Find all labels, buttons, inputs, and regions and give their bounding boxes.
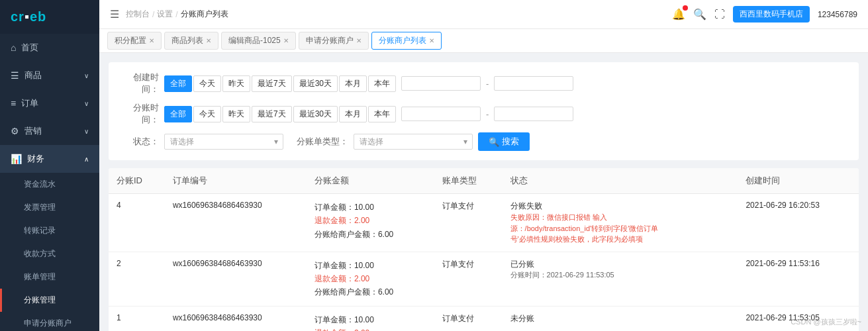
split-type-select[interactable]: 请选择 <box>354 134 473 150</box>
btn-7days-split[interactable]: 最近7天 <box>252 106 292 122</box>
btn-yesterday-create[interactable]: 昨天 <box>222 75 250 92</box>
create-time-label: 创建时间： <box>119 71 159 95</box>
btn-30days-split[interactable]: 最近30天 <box>293 106 338 122</box>
user-info[interactable]: 123456789 <box>818 10 857 19</box>
topbar-right: 🔔 🔍 ⛶ 西西里数码手机店 123456789 <box>672 6 857 23</box>
fullscreen-icon[interactable]: ⛶ <box>714 9 725 21</box>
tab-label: 分账商户列表 <box>379 35 426 46</box>
tab-apply-split[interactable]: 申请分账商户 ✕ <box>299 32 369 50</box>
sidebar-item-finance[interactable]: 📊 财务 ∧ <box>0 145 99 173</box>
chevron-down-icon: ∨ <box>84 72 89 79</box>
sidebar-item-bill[interactable]: 账单管理 <box>0 265 99 289</box>
cell-status: 未分账 <box>503 306 738 331</box>
breadcrumb-settings[interactable]: 设置 <box>157 9 173 20</box>
sidebar-item-fund-flow[interactable]: 资金流水 <box>0 173 99 196</box>
tab-close-icon[interactable]: ✕ <box>356 37 362 44</box>
cell-bill-type: 订单支付 <box>434 252 502 306</box>
btn-year-create[interactable]: 本年 <box>368 75 396 92</box>
sidebar-item-goods[interactable]: ☰ 商品 ∨ <box>0 62 99 89</box>
cell-create-time: 2021-06-29 11:53:05 <box>738 306 859 331</box>
search-icon: 🔍 <box>489 137 499 147</box>
sidebar-item-order[interactable]: ≡ 订单 ∨ <box>0 89 99 117</box>
chevron-up-icon: ∧ <box>84 156 89 163</box>
breadcrumb-sep: / <box>175 10 177 19</box>
col-amount: 分账金额 <box>307 168 434 194</box>
split-type-label: 分账单类型： <box>297 136 348 148</box>
logo: cr▪eb <box>0 0 99 34</box>
store-button[interactable]: 西西里数码手机店 <box>733 6 810 23</box>
cell-bill-type: 订单支付 <box>434 306 502 331</box>
breadcrumb-sep: / <box>152 10 154 19</box>
cell-amount: 订单金额：10.00退款金额：2.00分账给商户金额：6.00 <box>307 252 434 306</box>
create-time-filter-row: 创建时间： 全部 今天 昨天 最近7天 最近30天 本月 本年 - <box>119 71 848 95</box>
create-time-start-input[interactable] <box>401 76 481 91</box>
create-time-end-input[interactable] <box>494 76 573 91</box>
date-dash: - <box>486 79 489 89</box>
btn-today-create[interactable]: 今天 <box>193 75 221 92</box>
btn-all-split[interactable]: 全部 <box>164 106 192 122</box>
col-bill-type: 账单类型 <box>434 168 502 194</box>
cell-create-time: 2021-06-29 11:53:16 <box>738 252 859 306</box>
table-row: 1wx160696384686463930订单金额：10.00退款金额：2.00… <box>109 306 859 331</box>
tab-edit-goods[interactable]: 编辑商品-1025 ✕ <box>221 32 296 50</box>
table-row: 4wx160696384686463930订单金额：10.00退款金额：2.00… <box>109 194 859 252</box>
breadcrumb: 控制台 / 设置 / 分账商户列表 <box>126 9 228 20</box>
btn-yesterday-split[interactable]: 昨天 <box>222 106 250 122</box>
btn-all-create[interactable]: 全部 <box>164 75 192 92</box>
cell-create-time: 2021-06-29 16:20:53 <box>738 194 859 252</box>
tab-close-icon[interactable]: ✕ <box>149 37 154 44</box>
cell-amount: 订单金额：10.00退款金额：2.00分账给商户金额：6.00 <box>307 194 434 252</box>
btn-today-split[interactable]: 今天 <box>193 106 221 122</box>
btn-7days-create[interactable]: 最近7天 <box>252 75 292 92</box>
cell-bill-type: 订单支付 <box>434 194 502 252</box>
search-button[interactable]: 🔍 搜索 <box>478 132 530 151</box>
sidebar-item-split-manage[interactable]: 分账管理 <box>0 289 99 312</box>
topbar: ☰ 控制台 / 设置 / 分账商户列表 🔔 🔍 ⛶ 西西里数码手机店 12345… <box>99 0 868 29</box>
tab-label: 商品列表 <box>171 35 203 46</box>
sidebar-item-label: 财务 <box>27 153 44 165</box>
chevron-down-icon: ∨ <box>84 128 89 135</box>
cell-status: 已分账分账时间：2021-06-29 11:53:05 <box>503 252 738 306</box>
split-type-select-wrapper: 请选择 <box>354 134 473 150</box>
tab-close-icon[interactable]: ✕ <box>206 37 211 44</box>
cell-order-no: wx160696384686463930 <box>165 194 307 252</box>
tab-split-list[interactable]: 分账商户列表 ✕ <box>371 32 442 50</box>
sidebar-item-home[interactable]: ⌂ 首页 <box>0 34 99 62</box>
status-label: 状态： <box>119 136 159 148</box>
sidebar-item-transfer[interactable]: 转账记录 <box>0 219 99 242</box>
breadcrumb-home[interactable]: 控制台 <box>126 9 150 20</box>
content: 创建时间： 全部 今天 昨天 最近7天 最近30天 本月 本年 - 分账时间： <box>99 53 868 331</box>
tab-goods-list[interactable]: 商品列表 ✕ <box>164 32 218 50</box>
btn-month-split[interactable]: 本月 <box>339 106 367 122</box>
table-panel: 分账ID 订单编号 分账金额 账单类型 状态 创建时间 4wx160696384… <box>109 168 859 331</box>
search-icon[interactable]: 🔍 <box>693 8 706 21</box>
create-time-btn-group: 全部 今天 昨天 最近7天 最近30天 本月 本年 <box>164 75 396 92</box>
btn-year-split[interactable]: 本年 <box>368 106 396 122</box>
sidebar-item-invoice[interactable]: 发票管理 <box>0 196 99 219</box>
sidebar-item-label: 首页 <box>21 42 38 54</box>
sidebar-item-payment[interactable]: 收款方式 <box>0 242 99 265</box>
btn-month-create[interactable]: 本月 <box>339 75 367 92</box>
filter-panel: 创建时间： 全部 今天 昨天 最近7天 最近30天 本月 本年 - 分账时间： <box>109 62 859 160</box>
tab-close-icon[interactable]: ✕ <box>283 37 289 44</box>
tab-distribution[interactable]: 积分配置 ✕ <box>107 32 162 50</box>
col-order-no: 订单编号 <box>165 168 307 194</box>
cell-status: 分账失败失败原因：微信接口报错 输入源：/body/transaction_id… <box>503 194 738 252</box>
chevron-down-icon: ∨ <box>84 100 89 107</box>
cell-id: 4 <box>109 194 165 252</box>
sidebar: cr▪eb ⌂ 首页 ☰ 商品 ∨ ≡ 订单 ∨ ⚙ 营销 ∨ 📊 财务 ∧ 资… <box>0 0 99 331</box>
split-time-start-input[interactable] <box>401 107 481 121</box>
btn-30days-create[interactable]: 最近30天 <box>293 75 338 92</box>
sidebar-item-marketing[interactable]: ⚙ 营销 ∨ <box>0 117 99 145</box>
tab-label: 积分配置 <box>115 35 146 46</box>
split-time-filter-row: 分账时间： 全部 今天 昨天 最近7天 最近30天 本月 本年 - <box>119 102 848 126</box>
tab-close-icon[interactable]: ✕ <box>429 37 434 44</box>
goods-icon: ☰ <box>11 70 19 81</box>
sidebar-item-split-apply[interactable]: 申请分账商户 <box>0 312 99 331</box>
bell-icon[interactable]: 🔔 <box>672 8 685 21</box>
status-select-wrapper: 请选择 <box>164 134 283 150</box>
menu-toggle-icon[interactable]: ☰ <box>110 8 119 21</box>
logo-text: cr▪eb <box>11 9 46 24</box>
split-time-end-input[interactable] <box>494 107 573 121</box>
status-select[interactable]: 请选择 <box>164 134 283 150</box>
